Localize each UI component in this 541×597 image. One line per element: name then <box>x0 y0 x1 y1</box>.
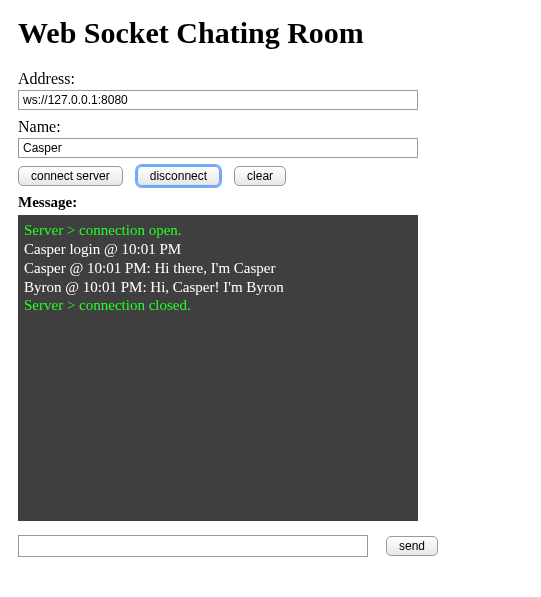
page-root: Web Socket Chating Room Address: Name: c… <box>0 0 541 597</box>
send-row: send <box>18 535 438 557</box>
message-line: Byron @ 10:01 PM: Hi, Casper! I'm Byron <box>24 278 412 297</box>
name-label: Name: <box>18 118 523 136</box>
name-input[interactable] <box>18 138 418 158</box>
page-title: Web Socket Chating Room <box>18 16 523 50</box>
address-input[interactable] <box>18 90 418 110</box>
message-line: Casper login @ 10:01 PM <box>24 240 412 259</box>
message-line: Server > connection closed. <box>24 296 412 315</box>
message-label: Message: <box>18 194 523 211</box>
send-button[interactable]: send <box>386 536 438 556</box>
disconnect-button[interactable]: disconnect <box>137 166 220 186</box>
message-line: Casper @ 10:01 PM: Hi there, I'm Casper <box>24 259 412 278</box>
address-label: Address: <box>18 70 523 88</box>
connect-server-button[interactable]: connect server <box>18 166 123 186</box>
action-button-row: connect server disconnect clear <box>18 166 523 186</box>
message-panel: Server > connection open.Casper login @ … <box>18 215 418 521</box>
clear-button[interactable]: clear <box>234 166 286 186</box>
message-line: Server > connection open. <box>24 221 412 240</box>
send-input[interactable] <box>18 535 368 557</box>
